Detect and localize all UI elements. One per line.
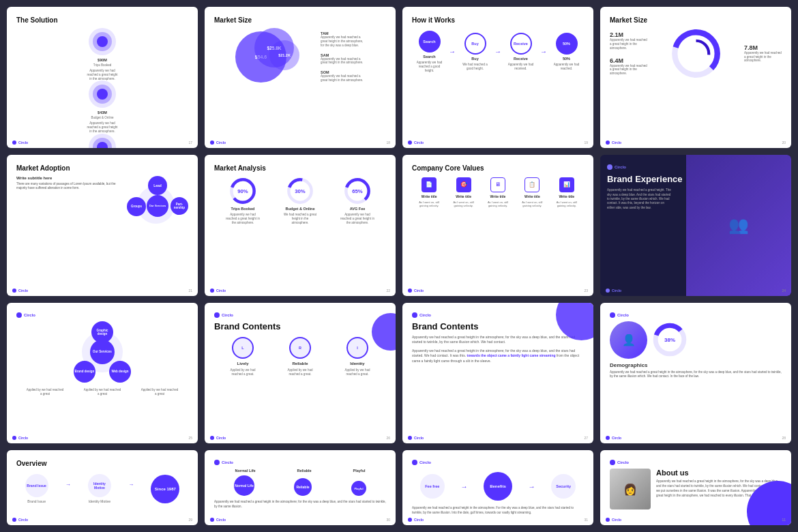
slide-12-title: Demographics — [610, 362, 782, 368]
demo-donut: 38% — [653, 323, 687, 357]
slide-15-footer: Circlo — [408, 518, 424, 522]
venn-label-2: SAM Apparently we had reached a great he… — [321, 53, 365, 65]
about-photo: 👩 — [610, 469, 651, 509]
slide-15-logo: Circlo — [412, 460, 584, 465]
svg-text:65%: 65% — [352, 188, 363, 194]
slide-16-logo: Circlo — [610, 460, 782, 465]
slide-about-us: Circlo 👩 About us Apparently we had reac… — [600, 450, 791, 525]
slide-brand-contents-text: Circlo Brand Contents Apparently we had … — [402, 303, 593, 444]
hw-step-buy: Buy Buy We had reached a good height. — [460, 33, 490, 71]
cv-item-2: 🎯 Write title As I went on, still gainin… — [451, 177, 477, 207]
adoption-diagram: Lead Groups Our Services Part-nership — [127, 176, 188, 237]
slide-1-footer: Circlo — [12, 141, 28, 145]
demo-percentage: 38% — [664, 337, 675, 343]
nlrp-item-2: Reliable — [294, 478, 312, 496]
slide-14-logo: Circlo — [214, 460, 386, 465]
nlrp-label-2: Reliable — [297, 469, 312, 473]
slide-7-title: Company Core Values — [412, 164, 584, 172]
slide-brand-experience: Circlo Brand Experience Apparently we ha… — [600, 155, 791, 296]
cv-item-1: 📄 Write title As I went on, still gainin… — [416, 177, 442, 207]
ben-arrow-2: → — [529, 483, 535, 490]
cv-item-4: 📋 Write title As I went on, still gainin… — [519, 177, 545, 207]
slide-8-footer: Circlo — [606, 289, 621, 293]
slide-overview: Overview Brand Issue Brand Issue → Ident… — [7, 450, 198, 525]
slide-7-footer: Circlo — [408, 289, 424, 293]
cv-icon-2: 🎯 — [456, 177, 471, 192]
slide-9-logo: Circlo — [16, 312, 188, 318]
brand-exp-image: 👥 — [686, 155, 791, 296]
nlrp-item-3: Playful — [351, 481, 366, 496]
ov-node-brand: Brand Issue Brand Issue — [25, 474, 48, 503]
service-node-brand: Brand design — [74, 361, 95, 383]
hw-step-50: 50% 50% Apparently we had reached. — [551, 33, 582, 71]
slide-6-footer: Circlo — [210, 289, 226, 293]
ben-benefits: Benefits — [484, 472, 512, 501]
slide-3-footer: Circlo — [408, 141, 424, 145]
svg-text:30%: 30% — [295, 188, 306, 194]
slide-11-desc1: Apparently we had reached a great height… — [412, 335, 584, 345]
adopt-node-services: Our Services — [147, 195, 168, 217]
slide-15-desc: Apparently we had reached a great height… — [412, 506, 584, 516]
ben-arrow-1: → — [460, 483, 467, 490]
slide-4-title: Market Size — [610, 16, 782, 24]
slide-10-footer: Circlo — [210, 436, 226, 440]
slide-2-title: Market Size — [214, 16, 386, 24]
slide-8-title: Brand Experience — [607, 174, 696, 185]
slide-14-footer: Circlo — [210, 518, 226, 522]
slide-services: Circlo Graphic design Web design Brand d… — [7, 303, 198, 444]
slide-market-analysis: Market Analysis 90% Trips Booked Apparen… — [205, 155, 396, 296]
cv-item-5: 📊 Write title As I went on, still gainin… — [554, 177, 580, 207]
lri-identity: I Identity Applied by we had reached a g… — [340, 337, 374, 376]
cv-item-3: 🖥 Write title As I went on, still gainin… — [485, 177, 511, 207]
slide-4-footer: Circlo — [606, 141, 621, 145]
slide-12-logo: Circlo — [610, 312, 782, 318]
slide-grid: The Solution $90M Trips Booked Apparentl… — [0, 0, 798, 532]
slide-16-footer: Circlo — [606, 518, 621, 522]
slide-11-desc2: Apparently we had reached a great height… — [412, 349, 584, 364]
slide-nlrp: Circlo Normal Life Reliable Playful Norm… — [205, 450, 396, 525]
slide-12-footer: Circlo — [606, 436, 621, 440]
cv-icon-5: 📊 — [559, 177, 574, 192]
slide-10-logo: Circlo — [214, 312, 386, 318]
slide-demographics: Circlo 👤 38% Demographics Apparently we … — [600, 303, 791, 444]
hw-arrow-3: → — [540, 48, 547, 55]
nlrp-item-1: Normal Life — [234, 475, 254, 496]
about-title: About us — [656, 469, 782, 477]
slide-10-title: Brand Contents — [214, 321, 386, 331]
slide-market-size-donut: Market Size 2.1M Apparently we had reach… — [600, 7, 791, 148]
cv-icon-1: 📄 — [422, 177, 437, 192]
slide-the-solution: The Solution $90M Trips Booked Apparentl… — [7, 7, 198, 148]
slide-11-footer: Circlo — [408, 436, 424, 440]
slide-13-title: Overview — [16, 460, 188, 467]
slide-benefits: Circlo Fee free → Benefits → Security Ap… — [402, 450, 593, 525]
lri-lively: L Lively Applied by we had reached a gre… — [226, 337, 260, 376]
hw-arrow-2: → — [494, 48, 501, 55]
donut-stat-2: 6.4M Apparently we had reached a great h… — [610, 57, 647, 76]
solution-item-3: $28M Trips W/AIRB Apparently we had reac… — [16, 134, 188, 148]
service-node-web: Web design — [109, 361, 131, 383]
donut-stat-1: 2.1M Apparently we had reached a great h… — [610, 31, 647, 50]
services-diagram: Graphic design Web design Brand design O… — [68, 321, 136, 383]
slide-how-it-works: How it Works Search Search Apparently we… — [402, 7, 593, 148]
service-node-center: Our Services — [90, 340, 115, 364]
solution-item-1: $90M Trips Booked Apparently we had reac… — [16, 28, 188, 80]
analysis-item-2: 30% Budget & Online We had reached a gre… — [283, 177, 317, 225]
slide-13-footer: Circlo — [12, 518, 28, 522]
nlrp-label-1: Normal Life — [235, 469, 255, 473]
slide-3-title: How it Works — [412, 16, 584, 24]
hw-step-receive: Receive Receive Apparently we had receiv… — [505, 33, 536, 71]
adoption-text: Write subtitle here There are many varia… — [16, 176, 123, 237]
slide-5-title: Market Adoption — [16, 164, 188, 172]
svg-text:90%: 90% — [237, 188, 248, 194]
ov-node-identity: Identity Motive Identity Motive — [88, 474, 111, 503]
svg-point-2 — [683, 41, 709, 67]
ben-security: Security — [551, 474, 576, 499]
hw-step-search: Search Search Apparently we had reached … — [414, 31, 445, 73]
slide-8-logo: Circlo — [607, 164, 696, 170]
venn-label-3: SOM Apparently we had reached a great he… — [321, 70, 365, 83]
slide-12-desc: Apparently we had reached a great height… — [610, 370, 782, 380]
ov-arrow-2: → — [128, 482, 134, 488]
highlight-text: towards the object came a faintly light … — [467, 353, 556, 357]
donut-chart — [670, 28, 722, 79]
solution-item-2: $43M Budget & Online Apparently we had r… — [16, 80, 188, 133]
